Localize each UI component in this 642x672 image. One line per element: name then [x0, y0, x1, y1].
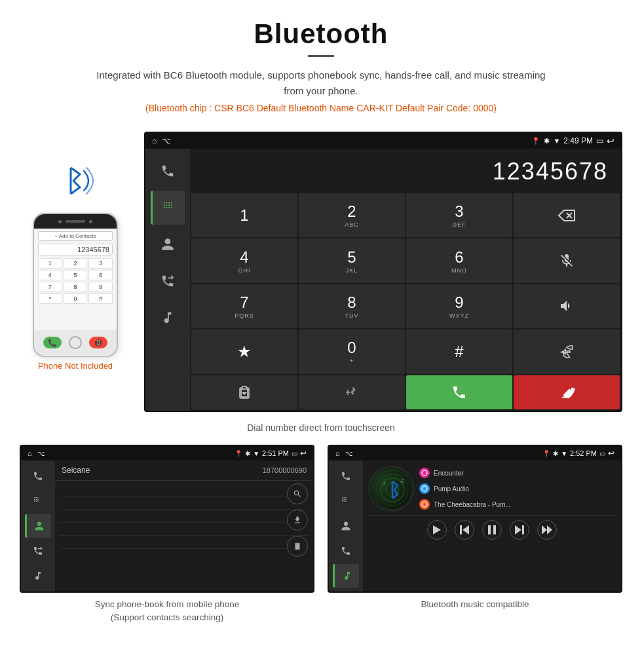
- key-4[interactable]: 4 GHI: [191, 238, 297, 282]
- music-sidebar-phone[interactable]: [333, 464, 359, 488]
- key-1[interactable]: 1: [191, 193, 297, 237]
- phone-screen: + Add to Contacts 12345678 1 2 3 4 5 6 7…: [34, 229, 117, 330]
- pause-button[interactable]: [482, 520, 502, 540]
- music-screen-wrap: ⌂ ⌥ 📍 ✱ ▼ 2:52 PM ▭ ↩: [328, 445, 622, 625]
- phone-end-button[interactable]: 📵: [89, 337, 107, 348]
- pb-sidebar-transfer[interactable]: [25, 539, 51, 563]
- search-contact-button[interactable]: [287, 483, 308, 504]
- pb-home-icon[interactable]: ⌂: [28, 449, 32, 457]
- pb-sidebar-phone[interactable]: [25, 464, 51, 488]
- track-icon-1: [419, 468, 430, 478]
- key-7[interactable]: 7 PQRS: [191, 284, 297, 328]
- key-8[interactable]: 8 TUV: [299, 284, 405, 328]
- key-5[interactable]: 5 JKL: [299, 238, 405, 282]
- key-9[interactable]: 9 WXYZ: [406, 284, 512, 328]
- key-backspace[interactable]: [514, 193, 620, 237]
- pb-back-icon[interactable]: ↩: [300, 449, 307, 458]
- bt-specs: (Bluetooth chip : CSR BC6 Default Blueto…: [39, 103, 603, 113]
- dialer-main: 12345678 1 2 ABC 3 DEF: [190, 149, 621, 411]
- prev-button[interactable]: [455, 520, 474, 540]
- phone-key-3[interactable]: 3: [88, 258, 113, 269]
- key-2[interactable]: 2 ABC: [299, 193, 405, 237]
- phone-key-9[interactable]: 9: [88, 282, 113, 292]
- dialer-number-display: 12345678: [190, 149, 621, 192]
- phonebook-content: [55, 481, 313, 591]
- contact-number: 18700000690: [263, 466, 307, 474]
- bt-signal-graphic: [52, 158, 98, 206]
- music-clock: 2:52 PM: [570, 449, 597, 457]
- phonebook-header: Seicane 18700000690: [55, 460, 313, 481]
- phone-key-star[interactable]: *: [38, 293, 62, 304]
- phone-key-6[interactable]: 6: [88, 270, 113, 280]
- phone-key-2[interactable]: 2: [64, 258, 88, 269]
- phone-key-4[interactable]: 4: [38, 270, 62, 280]
- phonebook-actions: [287, 483, 308, 557]
- key-star[interactable]: ★: [191, 329, 297, 373]
- key-end-call[interactable]: [514, 375, 620, 409]
- key-6[interactable]: 6 MNO: [406, 238, 512, 282]
- back-icon[interactable]: ↩: [607, 136, 614, 146]
- phone-key-8[interactable]: 8: [64, 282, 88, 292]
- home-icon[interactable]: ⌂: [152, 136, 157, 145]
- dial-caption: Dial number direct from touchscreen: [20, 422, 622, 433]
- sidebar-phone-icon[interactable]: [151, 154, 185, 188]
- music-body: ♪ ♫ Encounter: [329, 460, 621, 591]
- key-hold[interactable]: [299, 375, 405, 409]
- keypad-grid: 1 2 ABC 3 DEF: [190, 192, 621, 411]
- bluetooth-signal-icon: [52, 158, 98, 204]
- sidebar-music-icon[interactable]: [151, 301, 185, 335]
- music-status-right: 📍 ✱ ▼ 2:52 PM ▭ ↩: [542, 449, 614, 458]
- contact-name: Seicane: [62, 466, 90, 475]
- next-button[interactable]: [510, 520, 529, 540]
- music-back-icon[interactable]: ↩: [608, 449, 614, 458]
- pb-sidebar-music[interactable]: [25, 564, 51, 588]
- sidebar-contacts-icon[interactable]: [151, 227, 185, 261]
- key-3[interactable]: 3 DEF: [406, 193, 512, 237]
- phone-key-hash[interactable]: #: [88, 293, 113, 304]
- phone-key-7[interactable]: 7: [38, 282, 62, 292]
- phone-illustration: + Add to Contacts 12345678 1 2 3 4 5 6 7…: [33, 213, 118, 357]
- music-home-icon[interactable]: ⌂: [335, 449, 340, 457]
- phone-key-5[interactable]: 5: [64, 270, 88, 280]
- sidebar-transfer-icon[interactable]: [151, 264, 185, 298]
- phone-key-1[interactable]: 1: [38, 258, 62, 269]
- key-0[interactable]: 0 +: [299, 329, 405, 373]
- music-tracks: Encounter Pump Audio: [419, 466, 616, 511]
- music-sidebar-dialpad[interactable]: [333, 489, 359, 513]
- phone-call-button[interactable]: 📞: [43, 337, 62, 348]
- phone-bottom-bar: 📞 📵: [34, 330, 117, 355]
- key-volume[interactable]: [514, 284, 620, 328]
- music-sidebar-transfer[interactable]: [333, 539, 359, 563]
- title-divider: [308, 55, 334, 57]
- key-call[interactable]: [406, 375, 512, 409]
- delete-contacts-button[interactable]: [287, 536, 308, 557]
- status-center: 📍 ✱ ▼ 2:49 PM ▭ ↩: [531, 136, 614, 146]
- music-sidebar-contacts[interactable]: [333, 514, 359, 538]
- key-swap[interactable]: [514, 329, 620, 373]
- key-merge[interactable]: [191, 375, 297, 409]
- dialer-sidebar: [145, 149, 190, 411]
- svg-point-10: [422, 470, 427, 476]
- phone-key-0[interactable]: 0: [64, 293, 88, 304]
- music-status-bar: ⌂ ⌥ 📍 ✱ ▼ 2:52 PM ▭ ↩: [329, 446, 621, 460]
- phone-add-contact-label: + Add to Contacts: [38, 231, 113, 241]
- key-hash[interactable]: #: [406, 329, 512, 373]
- wifi-icon: ▼: [553, 137, 560, 145]
- pb-sidebar-contacts[interactable]: [25, 514, 51, 538]
- skip-button[interactable]: [537, 520, 557, 540]
- play-button[interactable]: [427, 520, 447, 540]
- track-icon-3: [419, 499, 430, 510]
- main-content: + Add to Contacts 12345678 1 2 3 4 5 6 7…: [0, 132, 642, 625]
- key-mute[interactable]: [514, 238, 620, 282]
- pb-clock: 2:51 PM: [262, 449, 289, 457]
- empty-rows: [55, 481, 313, 551]
- phonebook-status-bar: ⌂ ⌥ 📍 ✱ ▼ 2:51 PM ▭ ↩: [21, 446, 313, 460]
- track-3: The Cheebacabra - Pum...: [419, 498, 616, 511]
- car-screen-dialer: ⌂ ⌥ 📍 ✱ ▼ 2:49 PM ▭ ↩: [144, 132, 622, 412]
- sidebar-dialpad-icon[interactable]: [151, 191, 185, 225]
- car-screen-phonebook: ⌂ ⌥ 📍 ✱ ▼ 2:51 PM ▭ ↩: [20, 445, 314, 593]
- pb-sidebar-dialpad[interactable]: [25, 489, 51, 513]
- download-contacts-button[interactable]: [287, 510, 308, 531]
- empty-row-4: [60, 523, 308, 536]
- music-sidebar-music[interactable]: [333, 564, 359, 588]
